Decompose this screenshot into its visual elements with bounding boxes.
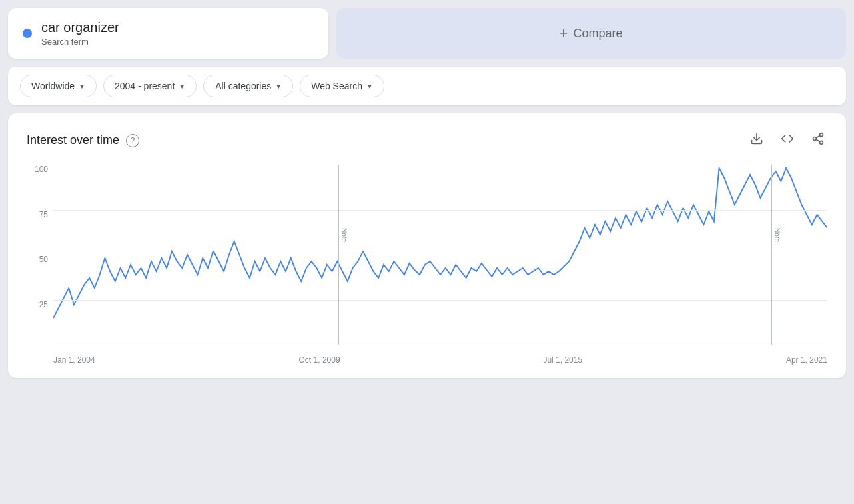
share-icon[interactable] xyxy=(809,129,827,151)
search-term-name: car organizer xyxy=(41,20,119,35)
note-label-2: Note xyxy=(773,228,781,242)
y-label-50: 50 xyxy=(27,255,53,264)
svg-line-4 xyxy=(816,139,820,141)
chart-title: Interest over time xyxy=(27,133,119,147)
chart-actions xyxy=(747,129,827,151)
y-label-100: 100 xyxy=(27,165,53,174)
x-axis-labels: Jan 1, 2004 Oct 1, 2009 Jul 1, 2015 Apr … xyxy=(53,346,827,365)
download-icon[interactable] xyxy=(747,129,766,151)
filter-category[interactable]: All categories ▼ xyxy=(203,75,293,97)
filter-search-type-label: Web Search xyxy=(311,81,362,91)
grid-line-100 xyxy=(53,165,827,165)
y-label-75: 75 xyxy=(27,210,53,219)
grid-line-25 xyxy=(53,300,827,301)
filter-category-label: All categories xyxy=(215,81,271,91)
compare-label: Compare xyxy=(573,27,622,41)
filter-region-label: Worldwide xyxy=(31,81,75,91)
compare-card[interactable]: + Compare xyxy=(336,8,846,59)
y-axis-labels: 100 75 50 25 xyxy=(27,165,53,345)
vertical-marker-1 xyxy=(338,165,339,345)
chevron-down-icon: ▼ xyxy=(275,83,282,90)
grid-line-0 xyxy=(53,345,827,345)
x-label-2021: Apr 1, 2021 xyxy=(786,355,827,365)
help-icon[interactable]: ? xyxy=(126,134,139,147)
y-label-25: 25 xyxy=(27,300,53,309)
compare-plus-icon: + xyxy=(560,25,568,42)
filters-row: Worldwide ▼ 2004 - present ▼ All categor… xyxy=(8,67,846,105)
chevron-down-icon: ▼ xyxy=(179,83,185,90)
x-label-2004: Jan 1, 2004 xyxy=(53,355,95,365)
vertical-marker-2 xyxy=(771,165,772,345)
search-term-label: Search term xyxy=(41,37,119,47)
chart-title-area: Interest over time ? xyxy=(27,133,139,147)
x-label-2009: Oct 1, 2009 xyxy=(299,355,340,365)
grid-line-50 xyxy=(53,255,827,255)
search-term-dot xyxy=(23,29,32,38)
x-label-2015: Jul 1, 2015 xyxy=(543,355,582,365)
note-label-1: Note xyxy=(340,228,348,242)
search-term-card: car organizer Search term xyxy=(8,8,328,59)
filter-time[interactable]: 2004 - present ▼ xyxy=(103,75,197,97)
grid-lines xyxy=(53,165,827,345)
filter-search-type[interactable]: Web Search ▼ xyxy=(300,75,384,97)
chart-inner: Note Note xyxy=(53,165,827,345)
chart-card: Interest over time ? xyxy=(8,113,846,378)
grid-line-75 xyxy=(53,210,827,211)
embed-icon[interactable] xyxy=(778,129,797,151)
filter-region[interactable]: Worldwide ▼ xyxy=(20,75,97,97)
chevron-down-icon: ▼ xyxy=(79,83,85,90)
filter-time-label: 2004 - present xyxy=(115,81,175,91)
chart-area: 100 75 50 25 Note Note xyxy=(27,165,827,365)
svg-line-5 xyxy=(816,135,820,137)
search-term-info: car organizer Search term xyxy=(41,20,119,47)
chart-header: Interest over time ? xyxy=(27,129,827,151)
chevron-down-icon: ▼ xyxy=(366,83,373,90)
